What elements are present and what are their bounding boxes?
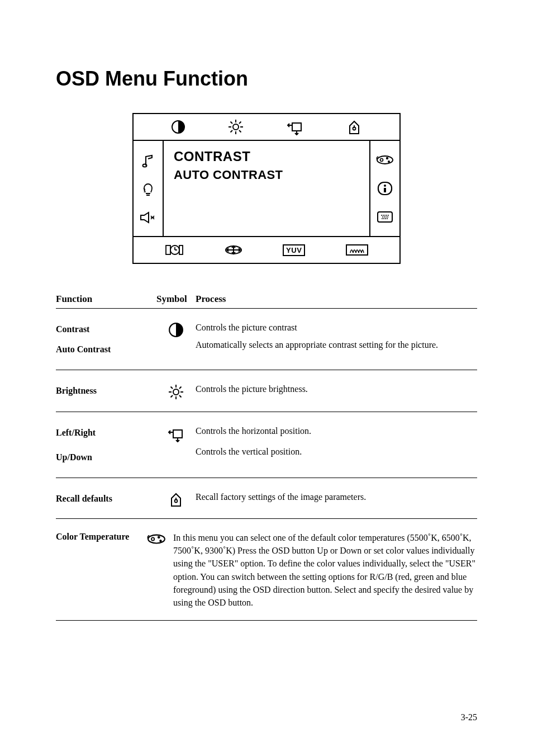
svg-point-37 bbox=[382, 218, 383, 219]
yuv-label: YUV bbox=[283, 244, 305, 256]
svg-point-23 bbox=[388, 160, 390, 163]
function-label: Up/Down bbox=[56, 449, 156, 466]
contrast-icon bbox=[168, 322, 184, 338]
svg-rect-45 bbox=[179, 245, 183, 254]
svg-rect-41 bbox=[166, 245, 170, 254]
svg-rect-59 bbox=[173, 430, 182, 438]
brightness-icon bbox=[227, 119, 244, 135]
svg-line-56 bbox=[179, 395, 182, 398]
function-label: Auto Contrast bbox=[56, 341, 156, 358]
svg-line-58 bbox=[171, 395, 173, 398]
svg-point-1 bbox=[233, 124, 239, 130]
svg-point-40 bbox=[387, 218, 388, 219]
svg-point-34 bbox=[384, 216, 385, 218]
svg-point-13 bbox=[353, 127, 355, 130]
music-note-icon bbox=[141, 153, 155, 169]
osd-diagram: ? CONTRAST AUTO CONTRAST bbox=[132, 113, 401, 264]
process-text: Automatically selects an appropriate con… bbox=[196, 338, 477, 351]
function-label: Brightness bbox=[56, 382, 156, 399]
svg-point-32 bbox=[388, 215, 389, 216]
svg-line-55 bbox=[171, 386, 173, 389]
lightbulb-icon: ? bbox=[141, 182, 155, 198]
svg-point-39 bbox=[385, 218, 386, 219]
color-temp-icon bbox=[376, 154, 394, 166]
svg-point-65 bbox=[151, 537, 154, 540]
color-temp-icon bbox=[147, 532, 166, 546]
svg-point-36 bbox=[387, 216, 388, 218]
process-text: Controls the vertical position. bbox=[196, 445, 477, 458]
process-text: Controls the picture brightness. bbox=[196, 382, 477, 395]
svg-point-22 bbox=[386, 157, 388, 159]
process-text: Controls the horizontal position. bbox=[196, 424, 477, 437]
svg-line-7 bbox=[239, 130, 241, 133]
move-icon bbox=[225, 243, 242, 257]
svg-line-8 bbox=[239, 122, 241, 124]
svg-point-62 bbox=[175, 499, 178, 502]
brightness-icon bbox=[168, 384, 184, 400]
svg-point-28 bbox=[381, 215, 382, 216]
header-function: Function bbox=[56, 294, 156, 305]
svg-point-64 bbox=[148, 535, 165, 544]
speaker-mute-icon bbox=[140, 211, 156, 224]
svg-point-35 bbox=[386, 216, 387, 218]
dotted-box-icon bbox=[377, 211, 393, 223]
osd-subheading: AUTO CONTRAST bbox=[174, 168, 365, 182]
process-text: In this menu you can select one of the d… bbox=[173, 531, 477, 609]
info-icon bbox=[377, 181, 393, 196]
osd-heading: CONTRAST bbox=[174, 149, 365, 164]
function-label: Left/Right bbox=[56, 424, 156, 441]
contrast-icon bbox=[171, 120, 185, 134]
svg-text:?: ? bbox=[143, 187, 146, 193]
table-row: Left/Right Up/Down Controls the horizont… bbox=[56, 412, 477, 478]
svg-point-33 bbox=[382, 216, 383, 218]
svg-point-30 bbox=[384, 215, 386, 216]
table-row: Color Temperature In this menu you can s… bbox=[56, 519, 477, 621]
table-row: Contrast Auto Contrast Controls the pict… bbox=[56, 309, 477, 370]
process-text: Controls the picture contrast bbox=[196, 321, 477, 334]
svg-point-21 bbox=[380, 159, 383, 162]
header-process: Process bbox=[196, 294, 477, 305]
table-row: Brightness Controls the picture brightne… bbox=[56, 370, 477, 412]
recall-icon bbox=[346, 119, 362, 135]
svg-point-67 bbox=[159, 540, 161, 542]
svg-rect-26 bbox=[384, 188, 386, 192]
svg-point-38 bbox=[383, 218, 384, 219]
osd-function-table: Function Symbol Process Contrast Auto Co… bbox=[56, 289, 477, 621]
svg-point-29 bbox=[383, 215, 384, 216]
svg-rect-10 bbox=[292, 123, 301, 131]
process-text: Recall factory settings of the image par… bbox=[196, 490, 477, 503]
header-symbol: Symbol bbox=[156, 294, 196, 305]
svg-point-25 bbox=[384, 185, 386, 187]
function-label: Color Temperature bbox=[56, 531, 129, 542]
svg-point-66 bbox=[158, 536, 160, 538]
position-icon bbox=[166, 426, 185, 442]
function-label: Contrast bbox=[56, 321, 156, 338]
svg-point-31 bbox=[386, 215, 387, 216]
svg-line-57 bbox=[179, 386, 182, 389]
page-number: 3-25 bbox=[461, 712, 477, 722]
table-row: Recall defaults Recall factory settings … bbox=[56, 478, 477, 519]
svg-line-9 bbox=[230, 130, 232, 133]
function-label: Recall defaults bbox=[56, 490, 156, 507]
svg-point-20 bbox=[377, 156, 393, 164]
svg-point-50 bbox=[173, 389, 179, 395]
svg-line-6 bbox=[230, 122, 232, 124]
wave-icon bbox=[346, 244, 368, 256]
recall-icon bbox=[168, 492, 184, 507]
position-icon bbox=[285, 119, 304, 135]
page-title: OSD Menu Function bbox=[56, 67, 477, 91]
clock-icon bbox=[165, 243, 184, 257]
